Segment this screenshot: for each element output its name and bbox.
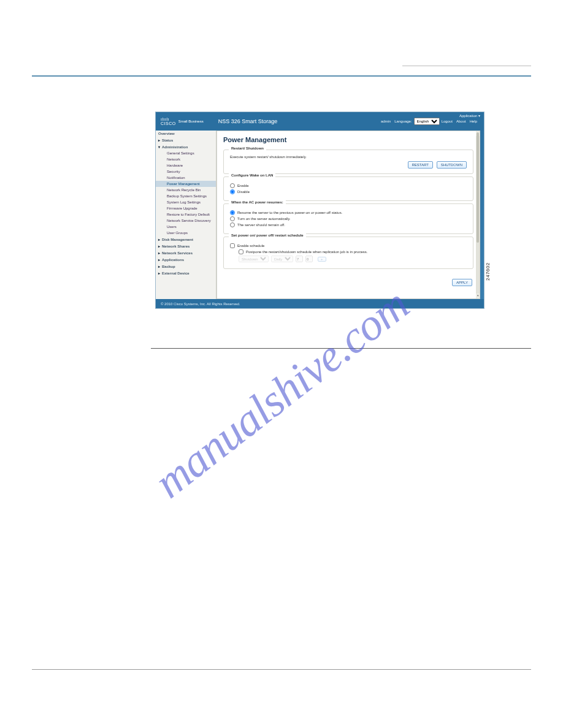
language-select[interactable]: English (414, 118, 440, 125)
sidebar-item-backup-system[interactable]: Backup System Settings (156, 193, 216, 199)
wol-disable-label: Disable (237, 190, 250, 194)
sidebar-item-general-settings[interactable]: General Settings (156, 150, 216, 156)
ac-legend: When the AC power resumes: (229, 200, 286, 204)
sidebar-item-hardware[interactable]: Hardware (156, 162, 216, 169)
sidebar-item-disk-mgmt[interactable]: ▸Disk Management (156, 236, 216, 243)
schedule-freq-select[interactable]: Daily (271, 256, 293, 262)
admin-screenshot: Application ▾ ılıılıCISCO Small Business… (155, 112, 484, 309)
wol-legend: Configure Wake on LAN (229, 173, 275, 177)
sidebar-item-recycle-bin[interactable]: Network Recycle Bin (156, 187, 216, 193)
schedule-enable-label: Enable schedule (237, 244, 264, 248)
help-link[interactable]: Help (470, 119, 477, 123)
sidebar-item-net-svc[interactable]: ▸Network Services (156, 249, 216, 256)
schedule-action-select[interactable]: Shutdown (239, 256, 269, 262)
schedule-add-button[interactable]: + (318, 257, 326, 262)
wol-enable-radio[interactable] (230, 183, 235, 188)
schedule-hour-input[interactable] (296, 256, 303, 262)
sidebar-item-overview[interactable]: Overview (156, 131, 216, 137)
application-menu[interactable]: Application ▾ (459, 113, 480, 118)
user-label: admin (381, 119, 391, 123)
procedure-rule (151, 348, 531, 349)
schedule-min-input[interactable] (305, 256, 313, 262)
product-title: NSS 326 Smart Storage (218, 118, 278, 124)
wol-disable-radio[interactable] (230, 189, 235, 194)
sidebar-item-firmware[interactable]: Firmware Upgrade (156, 205, 216, 211)
sidebar-item-users[interactable]: Users (156, 224, 216, 230)
sidebar-item-backup[interactable]: ▸Backup (156, 263, 216, 270)
watermark: manualshive.com (144, 278, 418, 508)
bottom-rule (32, 669, 531, 670)
brand-small: Small Business (178, 119, 204, 123)
sidebar-item-status[interactable]: ▸Status (156, 137, 216, 143)
page-title: Power Management (217, 131, 480, 147)
shutdown-button[interactable]: SHUTDOWN (437, 161, 467, 169)
sidebar-item-user-groups[interactable]: User Groups (156, 230, 216, 236)
schedule-enable-checkbox[interactable] (230, 243, 235, 248)
main-panel: ▴ ▾ Power Management Restart/ Shutdown E… (216, 131, 480, 299)
schedule-postpone-label: Postpone the restart/shutdown schedule w… (246, 250, 367, 254)
sidebar-item-administration[interactable]: ▾Administration (156, 143, 216, 150)
sidebar-item-restore-default[interactable]: Restore to Factory Default (156, 211, 216, 218)
ac-turnon-label: Turn on the server automatically. (237, 217, 291, 221)
sidebar-item-security[interactable]: Security (156, 169, 216, 175)
ac-resume-radio[interactable] (230, 210, 235, 215)
scrollbar[interactable]: ▴ ▾ (476, 131, 480, 298)
scroll-down-icon[interactable]: ▾ (476, 294, 480, 298)
restart-fieldset: Restart/ Shutdown Execute system restart… (223, 150, 473, 174)
scroll-thumb[interactable] (477, 132, 479, 243)
ac-fieldset: When the AC power resumes: Resume the se… (223, 203, 473, 234)
sidebar-item-net-shares[interactable]: ▸Network Shares (156, 243, 216, 249)
footer-copyright: © 2010 Cisco Systems, Inc. All Rights Re… (156, 299, 484, 308)
apply-button[interactable]: APPLY (452, 279, 472, 286)
ac-off-radio[interactable] (230, 222, 235, 227)
sidebar-item-notification[interactable]: Notification (156, 175, 216, 181)
logout-link[interactable]: Logout (442, 119, 453, 123)
sidebar-item-applications[interactable]: ▸Applications (156, 256, 216, 263)
top-inset-rule (402, 66, 531, 66)
sidebar-item-syslog[interactable]: System Log Settings (156, 199, 216, 205)
schedule-fieldset: Set power on/ power off/ restart schedul… (223, 237, 473, 269)
restart-legend: Restart/ Shutdown (229, 146, 266, 150)
ac-off-label: The server should remain off. (237, 223, 285, 227)
sidebar: Overview ▸Status ▾Administration General… (156, 131, 216, 299)
top-rule (32, 75, 531, 77)
restart-text: Execute system restart/ shutdown immedia… (230, 155, 467, 159)
app-header: ılıılıCISCO Small Business NSS 326 Smart… (156, 112, 484, 131)
schedule-legend: Set power on/ power off/ restart schedul… (229, 233, 306, 237)
sidebar-item-external-device[interactable]: ▸External Device (156, 270, 216, 276)
restart-button[interactable]: RESTART (408, 161, 433, 169)
wol-fieldset: Configure Wake on LAN Enable Disable (223, 176, 473, 201)
wol-enable-label: Enable (237, 184, 249, 188)
ac-resume-label: Resume the server to the previous power-… (237, 211, 342, 214)
language-label: Language: (394, 119, 412, 123)
sidebar-item-network[interactable]: Network (156, 156, 216, 162)
ac-turnon-radio[interactable] (230, 216, 235, 221)
image-id: 247602 (485, 262, 491, 281)
about-link[interactable]: About (456, 119, 466, 123)
cisco-logo-icon: ılıılıCISCO (161, 117, 176, 126)
sidebar-item-svc-discovery[interactable]: Network Service Discovery (156, 218, 216, 224)
schedule-postpone-checkbox[interactable] (239, 249, 243, 254)
sidebar-item-power-management[interactable]: Power Management (156, 181, 216, 187)
